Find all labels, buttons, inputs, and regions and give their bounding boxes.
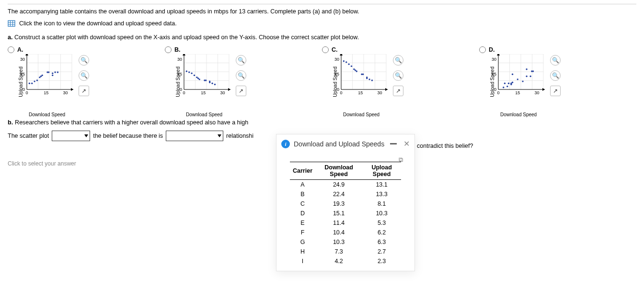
svg-point-25 xyxy=(29,83,30,84)
option-label: C. xyxy=(332,46,338,53)
svg-text:15: 15 xyxy=(20,72,25,77)
svg-point-124 xyxy=(503,87,504,88)
copy-icon[interactable]: ⧉ xyxy=(399,156,403,164)
zoom-out-icon[interactable]: 🔍 xyxy=(393,70,403,81)
svg-marker-51 xyxy=(183,54,185,55)
svg-marker-49 xyxy=(228,88,230,91)
minimize-icon[interactable] xyxy=(390,143,397,144)
svg-point-66 xyxy=(205,79,207,81)
zoom-out-icon[interactable]: 🔍 xyxy=(79,70,89,81)
svg-point-103 xyxy=(371,79,373,81)
zoom-in-icon[interactable]: 🔍 xyxy=(236,55,246,66)
svg-point-29 xyxy=(39,77,40,78)
option-label: D. xyxy=(489,46,495,53)
answer-t3: relationshi xyxy=(226,133,253,139)
svg-point-69 xyxy=(211,83,213,84)
scatter-plot-d: Upload Speed 0015153030 Download Speed xyxy=(481,53,548,111)
dropdown-2[interactable] xyxy=(166,131,223,141)
table-header: Upload Speed xyxy=(362,162,401,171)
svg-rect-0 xyxy=(8,21,15,26)
svg-point-33 xyxy=(48,71,49,73)
svg-text:30: 30 xyxy=(378,90,382,95)
zoom-in-icon[interactable]: 🔍 xyxy=(79,55,89,66)
answer-t2: the belief because there is xyxy=(93,133,163,139)
svg-text:15: 15 xyxy=(492,72,496,77)
dropdown-1[interactable] xyxy=(52,131,90,141)
svg-point-63 xyxy=(197,78,199,79)
zoom-out-icon[interactable]: 🔍 xyxy=(550,70,561,81)
svg-point-94 xyxy=(351,66,352,67)
svg-point-68 xyxy=(209,82,210,83)
svg-text:30: 30 xyxy=(63,90,68,95)
svg-point-30 xyxy=(40,76,42,77)
svg-point-99 xyxy=(362,74,364,75)
data-link-text[interactable]: Click the icon to view the download and … xyxy=(19,20,177,27)
svg-text:15: 15 xyxy=(334,72,339,77)
data-table: CarrierDownload SpeedUpload Speed A24.91… xyxy=(290,162,401,171)
svg-point-132 xyxy=(517,78,518,80)
svg-text:15: 15 xyxy=(515,90,520,95)
popout-icon[interactable]: ↗ xyxy=(550,86,561,96)
option-radio-b[interactable] xyxy=(165,46,172,53)
svg-point-31 xyxy=(42,75,43,76)
info-icon: i xyxy=(281,140,290,148)
svg-point-64 xyxy=(199,78,200,80)
scatter-plot-c: Upload Speed 0015153030 Download Speed xyxy=(324,53,391,111)
svg-text:15: 15 xyxy=(201,90,206,95)
option-label: B. xyxy=(174,46,181,53)
answer-t1: The scatter plot xyxy=(8,133,49,139)
zoom-in-icon[interactable]: 🔍 xyxy=(550,55,561,66)
svg-text:0: 0 xyxy=(340,90,342,95)
scatter-plot-b: Upload Speed 0015153030 Download Speed xyxy=(167,53,234,111)
part-b-text-after: contradict this belief? xyxy=(417,143,473,149)
scatter-plot-a: Upload Speed 0015153030 Download Speed xyxy=(10,53,77,111)
svg-text:0: 0 xyxy=(494,87,496,92)
svg-point-134 xyxy=(526,68,527,70)
option-radio-d[interactable] xyxy=(479,46,486,53)
zoom-in-icon[interactable]: 🔍 xyxy=(393,55,403,66)
svg-point-92 xyxy=(345,61,347,63)
svg-point-37 xyxy=(57,71,58,73)
option-label: A. xyxy=(17,46,23,53)
svg-text:30: 30 xyxy=(334,57,339,62)
svg-point-130 xyxy=(512,74,513,75)
svg-point-126 xyxy=(506,86,508,87)
option-radio-c[interactable] xyxy=(322,46,329,53)
svg-text:30: 30 xyxy=(220,90,225,95)
close-icon[interactable]: ✕ xyxy=(403,139,410,148)
svg-point-138 xyxy=(532,70,534,72)
svg-point-102 xyxy=(368,78,370,80)
svg-point-136 xyxy=(529,76,531,77)
svg-marker-117 xyxy=(497,54,500,55)
option-radio-a[interactable] xyxy=(8,46,14,53)
svg-text:15: 15 xyxy=(177,72,182,77)
svg-point-70 xyxy=(214,84,216,85)
svg-text:30: 30 xyxy=(177,57,182,62)
svg-text:30: 30 xyxy=(492,57,496,62)
svg-text:0: 0 xyxy=(337,87,339,92)
svg-text:0: 0 xyxy=(497,90,499,95)
chevron-down-icon xyxy=(84,134,88,137)
svg-text:0: 0 xyxy=(25,90,28,95)
svg-text:0: 0 xyxy=(183,90,185,95)
zoom-out-icon[interactable]: 🔍 xyxy=(236,70,246,81)
svg-point-97 xyxy=(356,70,357,72)
popout-icon[interactable]: ↗ xyxy=(79,86,89,96)
svg-text:0: 0 xyxy=(180,87,182,92)
table-icon[interactable] xyxy=(8,20,15,27)
popout-icon[interactable]: ↗ xyxy=(393,86,403,96)
svg-text:30: 30 xyxy=(20,57,25,62)
svg-point-135 xyxy=(526,76,527,77)
svg-point-26 xyxy=(31,83,33,84)
svg-point-60 xyxy=(191,72,192,74)
svg-point-133 xyxy=(522,80,523,82)
svg-text:15: 15 xyxy=(358,90,363,95)
svg-marker-84 xyxy=(340,54,343,55)
popout-icon[interactable]: ↗ xyxy=(236,86,246,96)
dialog-title: Download and Upload Speeds xyxy=(294,140,386,148)
svg-point-95 xyxy=(353,68,355,70)
svg-point-27 xyxy=(34,80,35,82)
table-header: Carrier xyxy=(290,162,315,171)
data-dialog: i Download and Upload Speeds ✕ ⧉ Carrier… xyxy=(276,134,415,171)
svg-marker-82 xyxy=(385,88,388,91)
